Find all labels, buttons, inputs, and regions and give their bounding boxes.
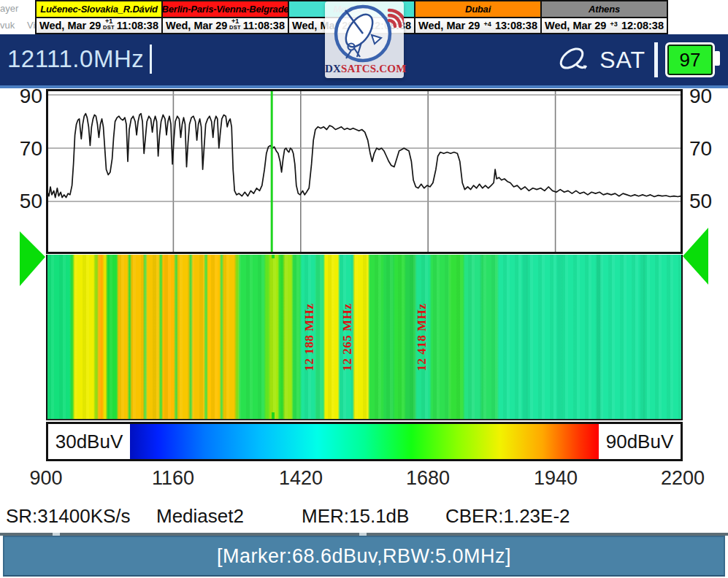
header-right-group: SAT 97	[554, 40, 722, 80]
clock-utc-offset: +1DST	[229, 18, 241, 31]
y-tick-left-90: 90	[15, 85, 42, 108]
clock-day: Wed, Mar 29	[545, 20, 606, 31]
spectrum-trace	[46, 114, 683, 198]
colorbar-max-label: 90dBuV	[599, 424, 681, 459]
plot-frame	[47, 90, 682, 253]
x-tick-1420: 1420	[279, 467, 323, 490]
background-window-fragment: ayer	[0, 3, 18, 14]
sat-mode-label: SAT	[599, 47, 645, 74]
clock-city-label: Athens	[542, 1, 667, 18]
transponder-frequency-label: 12 265 MHz	[340, 293, 355, 381]
clock-time: 13:08:38	[495, 20, 537, 31]
x-tick-1160: 1160	[152, 467, 194, 490]
dxsatcs-logo: DXSATCS.COM	[325, 1, 404, 78]
clock-city-label: Berlin-Paris-Vienna-Belgrade	[163, 1, 288, 18]
provider-readout: Mediaset2	[156, 505, 244, 528]
waterfall-texture	[47, 255, 681, 419]
y-tick-right-50: 50	[689, 190, 720, 213]
clock-day: Wed, Mar 29	[418, 20, 480, 31]
clock-city-label: Dubai	[415, 1, 540, 18]
clock-lucenec: Lučenec-Slovakia_R.Dávid Wed, Mar 29 +1D…	[35, 0, 163, 34]
y-tick-left-50: 50	[15, 190, 42, 213]
x-tick-2200: 2200	[661, 467, 705, 490]
spectrogram-waterfall: 12 188 MHz 12 265 MHz 12 418 MHz	[46, 255, 683, 420]
marker-readout: [Marker:68.6dBuv,RBW:5.0MHz]	[217, 545, 511, 568]
clock-time-row: Wed, Mar 29 +3 12:08:38	[542, 18, 667, 33]
colorbar: 30dBuV 90dBuV	[46, 422, 683, 461]
clock-city-label: Lučenec-Slovakia_R.Dávid	[37, 1, 161, 18]
x-tick-900: 900	[29, 467, 62, 490]
meter-screen: ayer vuk Vid Lučenec-Slovakia_R.Dávid We…	[0, 0, 728, 578]
battery-percent: 97	[680, 49, 701, 72]
battery-nub	[714, 51, 720, 66]
transponder-frequency-label: 12 188 MHz	[302, 293, 317, 381]
text-cursor	[150, 45, 152, 74]
clock-athens: Athens Wed, Mar 29 +3 12:08:38	[540, 0, 668, 34]
battery-indicator: 97	[665, 42, 715, 77]
transponder-frequency-label: 12 418 MHz	[415, 293, 429, 381]
marker-tick-bottom	[272, 412, 275, 419]
clock-time: 12:08:38	[621, 20, 664, 31]
logo-satcs: SATCS.COM	[341, 63, 406, 74]
separator-bar	[654, 42, 658, 77]
logo-wordmark: DXSATCS.COM	[325, 63, 404, 75]
clock-utc-offset: +1DST	[103, 18, 115, 31]
clock-time-row: Wed, Mar 29 +1DST 11:08:38	[37, 18, 161, 33]
plot-gridlines	[48, 91, 681, 252]
clock-berlin: Berlin-Paris-Vienna-Belgrade Wed, Mar 29…	[161, 0, 289, 34]
mer-readout: MER:15.1dB	[302, 505, 409, 528]
y-tick-right-70: 70	[689, 137, 720, 161]
clock-day: Wed, Mar 29	[39, 20, 101, 31]
clock-time-row: Wed, Mar 29 +1DST 11:08:38	[163, 18, 288, 33]
symbol-rate-readout: SR:31400KS/s	[6, 505, 131, 528]
frequency-value: 12111.0MHz	[7, 45, 144, 73]
satellite-dish-icon	[554, 41, 595, 79]
clock-utc-offset: +3	[610, 21, 618, 28]
colorbar-min-label: 30dBuV	[48, 424, 130, 459]
x-tick-1680: 1680	[406, 467, 450, 490]
clock-time: 11:08:38	[243, 20, 285, 31]
clock-utc-offset: +4	[484, 21, 491, 28]
clock-day: Wed, Mar 29	[166, 20, 227, 31]
marker-status-bar: [Marker:68.6dBuv,RBW:5.0MHz]	[3, 536, 725, 577]
marker-tick-top	[272, 255, 275, 258]
clock-time-row: Wed, Mar 29 +4 13:08:38	[415, 18, 540, 33]
frequency-input[interactable]: 12111.0MHz	[7, 45, 152, 74]
clock-dubai: Dubai Wed, Mar 29 +4 13:08:38	[414, 0, 542, 34]
spectrum-plot[interactable]	[46, 89, 683, 254]
logo-dx: DX	[325, 63, 341, 74]
satellite-dish-logo-icon	[325, 1, 404, 63]
marker-handle-right[interactable]	[683, 228, 708, 285]
cber-readout: CBER:1.23E-2	[445, 505, 570, 528]
colorbar-gradient	[130, 424, 599, 459]
background-window-fragment: vuk	[0, 20, 15, 31]
x-tick-1940: 1940	[534, 467, 578, 490]
y-tick-right-90: 90	[689, 85, 720, 108]
clock-time: 11:08:38	[117, 20, 158, 31]
y-tick-left-70: 70	[15, 137, 42, 161]
marker-handle-left[interactable]	[20, 231, 45, 286]
